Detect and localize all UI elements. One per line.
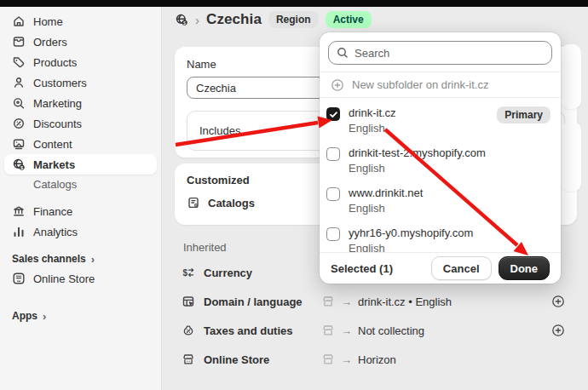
sidebar-item-orders[interactable]: Orders [4, 32, 157, 52]
sidebar-section-sales-channels[interactable]: Sales channels › [0, 249, 161, 268]
sidebar-item-finance[interactable]: Finance [4, 201, 157, 221]
sidebar-section-apps[interactable]: Apps › [0, 307, 161, 325]
option-domain: yyhr16-y0.myshopify.com [349, 226, 473, 240]
customers-icon [12, 76, 26, 89]
catalogs-icon [187, 196, 200, 209]
checkbox-unchecked[interactable] [326, 187, 340, 201]
store-icon [321, 295, 335, 308]
inherited-row-taxes[interactable]: Taxes and duties → Not collecting [175, 316, 577, 345]
active-status-badge: Active [326, 11, 372, 28]
inherited-row-domain-language[interactable]: Domain / language → drink-it.cz • Englis… [175, 287, 577, 316]
sidebar-item-analytics[interactable]: Analytics [4, 221, 157, 242]
sidebar-item-marketing[interactable]: Marketing [4, 93, 157, 113]
inherited-row-value: drink-it.cz • English [358, 295, 452, 308]
done-button[interactable]: Done [499, 256, 551, 280]
catalogs-label: Catalogs [208, 197, 255, 209]
sidebar-item-catalogs[interactable]: Catalogs [4, 175, 157, 194]
orders-icon [12, 35, 26, 49]
option-domain: www.drinkit.net [349, 186, 423, 200]
shopify-admin-screen: Home Orders Products Customers Marketing… [0, 0, 588, 390]
add-domain-button[interactable] [551, 295, 565, 308]
popover-footer: Selected (1) Cancel Done [320, 252, 561, 284]
sidebar-item-label: Content [33, 138, 72, 151]
sidebar-item-markets[interactable]: $ Markets [4, 154, 157, 175]
sidebar-item-label: Customers [33, 77, 87, 89]
currency-icon: $ [182, 266, 195, 279]
sidebar: Home Orders Products Customers Marketing… [0, 7, 162, 390]
sidebar-item-products[interactable]: Products [4, 52, 157, 72]
inherit-arrow-icon: → [341, 353, 352, 366]
online-store-icon [182, 353, 195, 366]
option-domain: drink-it.cz [349, 106, 396, 120]
inherited-title: Inherited [183, 241, 227, 254]
sidebar-item-content[interactable]: Content [4, 134, 157, 154]
taxes-icon [182, 324, 195, 337]
sidebar-item-label: Discounts [33, 118, 82, 130]
sidebar-item-label: Catalogs [33, 178, 77, 191]
card-edge-sliver [561, 122, 581, 192]
svg-text:$: $ [182, 268, 187, 278]
inherited-row-online-store[interactable]: Online Store → Horizon [175, 345, 577, 374]
sidebar-item-online-store[interactable]: Online Store [4, 268, 157, 289]
store-icon [321, 324, 335, 337]
plus-circle-icon [331, 78, 344, 92]
home-icon [12, 14, 26, 28]
domain-option-yyhr16-y0[interactable]: yyhr16-y0.myshopify.com English [320, 220, 561, 252]
selected-count: Selected (1) [331, 262, 393, 275]
sidebar-item-home[interactable]: Home [4, 11, 157, 32]
domain-option-www-drinkit-net[interactable]: www.drinkit.net English [320, 180, 561, 220]
section-label: Apps [12, 310, 37, 322]
checkbox-unchecked[interactable] [326, 147, 340, 161]
region-badge: Region [268, 11, 319, 28]
finance-icon [12, 204, 26, 218]
sidebar-gap [0, 194, 161, 201]
option-language: English [349, 162, 486, 175]
store-icon [321, 353, 335, 366]
inherited-row-label: Taxes and duties [204, 324, 293, 337]
marketing-icon [12, 96, 26, 110]
option-domain: drinkit-test-2.myshopify.com [349, 146, 486, 160]
chevron-right-icon: › [91, 253, 95, 266]
new-subfolder-label: New subfolder on drink-it.cz [352, 78, 488, 91]
option-language: English [349, 122, 396, 135]
sidebar-item-label: Marketing [33, 97, 82, 110]
inherited-row-label: Online Store [204, 353, 269, 366]
chevron-right-icon: › [43, 310, 46, 323]
markets-icon: $ [12, 158, 26, 171]
online-store-icon [12, 272, 26, 285]
page-header: $ › Czechia Region Active [175, 11, 372, 28]
checkbox-unchecked[interactable] [326, 227, 340, 241]
sidebar-item-discounts[interactable]: Discounts [4, 113, 157, 134]
section-label: Sales channels [12, 253, 86, 265]
cancel-button[interactable]: Cancel [431, 256, 492, 280]
search-input[interactable] [328, 41, 552, 65]
sidebar-item-label: Finance [33, 205, 72, 218]
discounts-icon [12, 117, 26, 130]
popover-search [328, 41, 552, 65]
domain-icon [182, 295, 195, 308]
new-subfolder-action[interactable]: New subfolder on drink-it.cz [320, 72, 561, 97]
inherited-row-value: Not collecting [358, 324, 424, 337]
sidebar-item-customers[interactable]: Customers [4, 72, 157, 93]
search-icon [336, 46, 349, 60]
option-language: English [349, 202, 423, 215]
sidebar-item-label: Products [33, 56, 77, 69]
add-taxes-button[interactable] [551, 324, 565, 337]
domain-option-list: drink-it.cz English Primary drinkit-test… [320, 98, 561, 252]
primary-badge: Primary [497, 106, 551, 123]
products-icon [12, 55, 26, 69]
card-edge-sliver [561, 44, 581, 109]
checkbox-checked[interactable] [326, 107, 340, 121]
domain-picker-popover: New subfolder on drink-it.cz drink-it.cz… [320, 32, 561, 284]
sidebar-item-label: Online Store [33, 272, 95, 285]
includes-label: Includes [199, 124, 240, 137]
sidebar-item-label: Home [33, 15, 63, 28]
domain-option-drink-it-cz[interactable]: drink-it.cz English Primary [320, 100, 561, 140]
top-bar [0, 0, 588, 7]
analytics-icon [12, 225, 26, 238]
content-icon [12, 137, 26, 151]
inherited-row-label: Currency [204, 267, 252, 279]
check-icon [329, 110, 338, 119]
option-language: English [349, 242, 473, 252]
domain-option-drinkit-test-2[interactable]: drinkit-test-2.myshopify.com English [320, 140, 561, 180]
